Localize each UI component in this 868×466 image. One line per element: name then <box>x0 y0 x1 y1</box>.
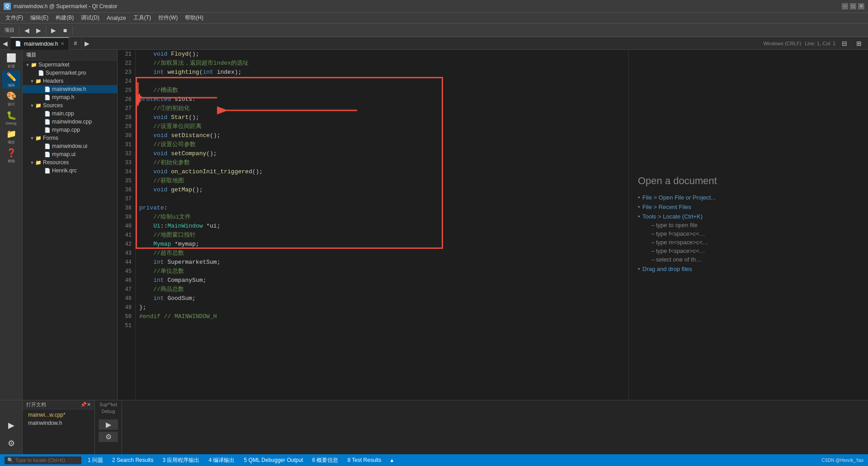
tree-item-sources[interactable]: ▼ 📁 Sources <box>23 101 117 109</box>
extra-icon: ⚙ <box>8 438 15 448</box>
menu-controls[interactable]: 控件(W) <box>155 13 181 23</box>
tree-item-resources[interactable]: ▼ 📁 Resources <box>23 158 117 166</box>
minimize-button[interactable]: ─ <box>842 3 848 10</box>
tab-close-btn[interactable]: ✕ <box>61 41 64 46</box>
code-line-27: //①的初始化 <box>139 104 625 113</box>
design-icon: 🎨 <box>6 91 16 101</box>
file-icon-pro: 📄 <box>38 70 44 76</box>
menu-edit[interactable]: 编辑(E) <box>27 13 52 23</box>
tree-label-mymap-ui: mymap.ui <box>52 151 75 157</box>
open-file-mainwindow-cpp[interactable]: mainwi...w.cpp* <box>26 411 91 418</box>
toolbar-back-btn[interactable]: ◀ <box>21 25 32 36</box>
sidebar-btn-project[interactable]: 📁 项目 <box>2 128 20 146</box>
layout-btn[interactable]: ⊞ <box>854 38 864 49</box>
menu-help[interactable]: 帮助(H) <box>181 13 207 23</box>
ln-34: 34 <box>121 167 132 176</box>
tree-item-pro[interactable]: 📄 Supermarket.pro <box>23 69 117 77</box>
status-tab-compile[interactable]: 4 编译输出 <box>206 456 237 464</box>
window-controls[interactable]: ─ □ ✕ <box>842 3 864 10</box>
ln-23: 23 <box>121 68 132 77</box>
toolbar-forward-btn[interactable]: ▶ <box>33 25 44 36</box>
stop-run-btn[interactable]: ⚙ <box>99 432 118 442</box>
tab-nav-left[interactable]: ◀ <box>0 37 10 50</box>
code-line-39: //绘制ui文件 <box>139 213 625 222</box>
open-files-pin[interactable]: 📌 <box>80 402 87 408</box>
main-layout: ⬜ 欢迎 ✏️ 编辑 🎨 设计 🐛 Debug 📁 项目 ❓ 帮助 项目 ▼ <box>0 50 868 400</box>
tab-hash-label: # <box>74 40 77 47</box>
tab-hash[interactable]: # <box>69 37 82 50</box>
code-line-29: //设置单位间距离 <box>139 122 625 131</box>
right-panel: Open a document File > Open File or Proj… <box>628 50 868 400</box>
tree-item-henrik-qrc[interactable]: 📄 Henrik.qrc <box>23 166 117 175</box>
status-dropdown-btn[interactable]: ▲ <box>390 457 395 463</box>
folder-icon-forms: 📁 <box>35 135 42 141</box>
ln-48: 48 <box>121 294 132 303</box>
locate-input[interactable] <box>15 457 79 463</box>
toolbar-stop-btn[interactable]: ■ <box>60 25 71 36</box>
tree-item-mymap-h[interactable]: 📄 mymap.h <box>23 93 117 101</box>
tree-item-mainwindow-cpp[interactable]: 📄 mainwindow.cpp <box>23 118 117 126</box>
code-content[interactable]: 21 22 23 24 25 26 27 28 29 30 31 32 33 3… <box>118 50 628 400</box>
code-line-36: void getMap(); <box>139 185 625 195</box>
split-view-btn[interactable]: ⊟ <box>839 38 850 49</box>
sidebar-btn-edit[interactable]: ✏️ 编辑 <box>2 71 20 89</box>
status-tab-issues[interactable]: 1 问题 <box>85 456 106 464</box>
sidebar-btn-debug[interactable]: 🐛 Debug <box>2 109 20 127</box>
project-section-header: 项目 <box>23 50 117 61</box>
ln-30: 30 <box>121 131 132 140</box>
code-editor[interactable]: 21 22 23 24 25 26 27 28 29 30 31 32 33 3… <box>118 50 628 400</box>
sidebar-btn-run[interactable]: ▶ <box>2 416 20 434</box>
file-icon-mainwindow-h: 📄 <box>44 86 51 92</box>
folder-icon-resources: 📁 <box>35 160 42 166</box>
status-tab-qml-debug[interactable]: 5 QML Debugger Output <box>241 457 306 463</box>
folder-icon-sources: 📁 <box>35 103 42 109</box>
open-doc-title: Open a document <box>638 175 717 187</box>
locate-input-area[interactable]: 🔍 <box>5 456 81 464</box>
ln-21: 21 <box>121 50 132 59</box>
status-tab-app-output[interactable]: 3 应用程序输出 <box>160 456 202 464</box>
ln-42: 42 <box>121 240 132 249</box>
tree-item-main-cpp[interactable]: 📄 main.cpp <box>23 109 117 118</box>
code-lines-area[interactable]: void Floyd(); //加权算法，返回超市index的选址 int we… <box>136 50 628 400</box>
status-tab-summary[interactable]: 6 概要信息 <box>309 456 341 464</box>
file-type-icon: 📄 <box>15 41 21 47</box>
play-btn[interactable]: ▶ <box>99 419 118 430</box>
sidebar-btn-welcome[interactable]: ⬜ 欢迎 <box>2 52 20 70</box>
tree-item-root[interactable]: ▼ 📁 Supermarket <box>23 61 117 69</box>
sidebar-btn-help[interactable]: ❓ 帮助 <box>2 147 20 165</box>
menu-file[interactable]: 文件(F) <box>2 13 27 23</box>
toolbar-build-btn[interactable]: ▶ <box>48 25 59 36</box>
menu-build[interactable]: 构建(B) <box>52 13 77 23</box>
tab-mainwindow-h[interactable]: 📄 mainwindow.h ✕ <box>10 37 69 50</box>
code-line-43: //超市总数 <box>139 249 625 258</box>
status-tab-search[interactable]: 2 Search Results <box>109 457 156 463</box>
file-tree-sidebar: 项目 ▼ 📁 Supermarket 📄 Supermarket.pro ▼ 📁… <box>23 50 118 400</box>
menu-analyze[interactable]: Analyze <box>103 14 130 22</box>
maximize-button[interactable]: □ <box>850 3 856 10</box>
open-doc-item-3: Tools > Locate (Ctrl+K) type to open fil… <box>638 213 716 263</box>
tab-nav-right[interactable]: ▶ <box>82 37 92 50</box>
tree-item-mymap-cpp[interactable]: 📄 mymap.cpp <box>23 126 117 134</box>
run-btns: ▶ ⚙ <box>99 419 118 442</box>
menu-debug[interactable]: 调试(D) <box>77 13 103 23</box>
tree-item-forms[interactable]: ▼ 📁 Forms <box>23 134 117 142</box>
welcome-label: 欢迎 <box>8 64 15 69</box>
tree-item-mainwindow-h[interactable]: 📄 mainwindow.h <box>23 85 117 93</box>
tree-item-headers[interactable]: ▼ 📁 Headers <box>23 77 117 85</box>
open-file-mainwindow-h[interactable]: mainwindow.h <box>26 419 91 427</box>
close-button[interactable]: ✕ <box>858 3 864 10</box>
ln-44: 44 <box>121 258 132 267</box>
ln-28: 28 <box>121 113 132 122</box>
ln-35: 35 <box>121 176 132 185</box>
status-tab-tests[interactable]: 8 Test Results <box>344 457 384 463</box>
open-files-close[interactable]: ✕ <box>87 402 91 408</box>
sidebar-btn-extra[interactable]: ⚙ <box>2 434 20 452</box>
sidebar-btn-design[interactable]: 🎨 设计 <box>2 90 20 108</box>
ln-46: 46 <box>121 276 132 285</box>
menu-tools[interactable]: 工具(T) <box>130 13 155 23</box>
project-icon: 📁 <box>6 129 16 139</box>
tab-label: mainwindow.h <box>24 41 58 47</box>
tree-item-mainwindow-ui[interactable]: 📄 mainwindow.ui <box>23 142 117 150</box>
ln-25: 25 <box>121 86 132 95</box>
tree-item-mymap-ui[interactable]: 📄 mymap.ui <box>23 150 117 158</box>
